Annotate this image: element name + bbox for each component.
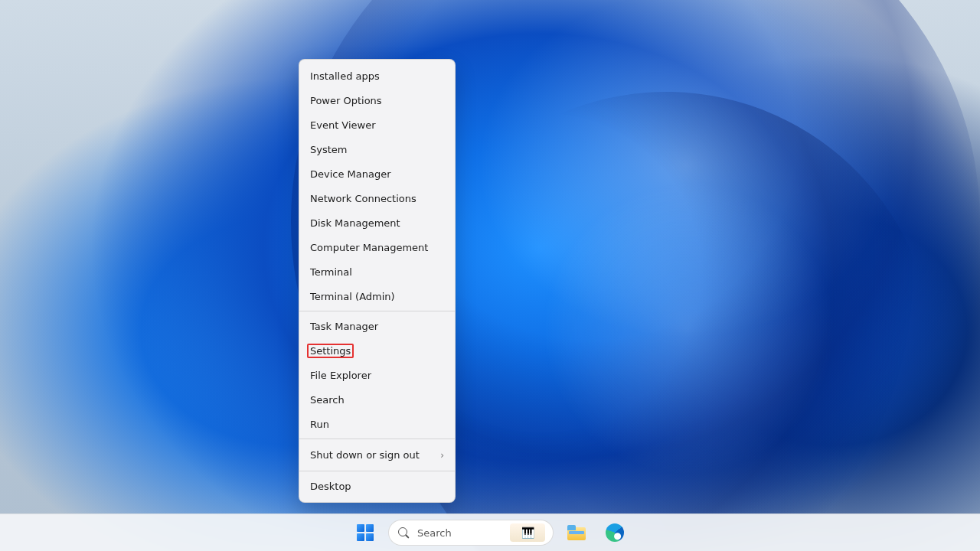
- search-highlight-widget[interactable]: 🎹: [510, 523, 545, 542]
- menu-item-label: Task Manager: [310, 321, 378, 331]
- taskbar-search[interactable]: Search 🎹: [388, 520, 554, 546]
- search-icon: [398, 527, 410, 539]
- menu-item-label: System: [310, 145, 347, 155]
- menu-item-label: File Explorer: [310, 370, 371, 380]
- menu-item-label: Device Manager: [310, 169, 391, 179]
- menu-item-event-viewer[interactable]: Event Viewer: [299, 112, 455, 137]
- menu-item-power-options[interactable]: Power Options: [299, 88, 455, 112]
- start-button[interactable]: [350, 517, 381, 548]
- edge-icon: [606, 523, 624, 542]
- menu-item-label: Network Connections: [310, 194, 416, 204]
- menu-item-network-connections[interactable]: Network Connections: [299, 186, 455, 210]
- menu-item-search[interactable]: Search: [299, 387, 455, 412]
- search-widget-icon: 🎹: [521, 527, 534, 539]
- menu-item-label: Terminal (Admin): [310, 292, 395, 302]
- desktop-wallpaper: [0, 0, 980, 551]
- menu-item-terminal-admin[interactable]: Terminal (Admin): [299, 284, 455, 308]
- menu-item-label: Computer Management: [310, 243, 428, 253]
- menu-item-label: Terminal: [310, 267, 352, 277]
- menu-item-label: Run: [310, 419, 329, 429]
- menu-item-desktop[interactable]: Desktop: [299, 474, 455, 498]
- menu-item-device-manager[interactable]: Device Manager: [299, 161, 455, 186]
- menu-item-task-manager[interactable]: Task Manager: [299, 314, 455, 338]
- menu-item-label: Power Options: [310, 96, 382, 106]
- menu-separator: [299, 439, 455, 439]
- menu-separator: [299, 471, 455, 471]
- file-explorer-icon: [567, 525, 586, 540]
- file-explorer-button[interactable]: [561, 517, 592, 548]
- taskbar: Search 🎹: [0, 514, 980, 551]
- menu-item-run[interactable]: Run: [299, 412, 455, 436]
- menu-item-disk-management[interactable]: Disk Management: [299, 210, 455, 235]
- menu-item-label: Event Viewer: [310, 120, 376, 130]
- menu-item-shut-down-or-sign-out[interactable]: Shut down or sign out›: [299, 442, 455, 468]
- menu-item-settings[interactable]: Settings: [299, 338, 455, 363]
- menu-item-terminal[interactable]: Terminal: [299, 259, 455, 284]
- search-placeholder: Search: [417, 527, 452, 539]
- menu-item-system[interactable]: System: [299, 137, 455, 161]
- menu-item-label: Search: [310, 395, 345, 405]
- menu-item-label: Shut down or sign out: [310, 450, 420, 460]
- menu-item-installed-apps[interactable]: Installed apps: [299, 64, 455, 88]
- menu-item-label: Desktop: [310, 481, 351, 491]
- menu-item-label: Settings: [310, 346, 351, 356]
- menu-separator: [299, 311, 455, 311]
- windows-logo-icon: [357, 524, 374, 541]
- menu-item-file-explorer[interactable]: File Explorer: [299, 363, 455, 387]
- chevron-right-icon: ›: [440, 450, 444, 461]
- menu-item-computer-management[interactable]: Computer Management: [299, 235, 455, 259]
- menu-item-label: Disk Management: [310, 218, 400, 228]
- menu-item-label: Installed apps: [310, 71, 380, 81]
- start-context-menu: Installed appsPower OptionsEvent ViewerS…: [299, 59, 456, 503]
- edge-button[interactable]: [599, 517, 630, 548]
